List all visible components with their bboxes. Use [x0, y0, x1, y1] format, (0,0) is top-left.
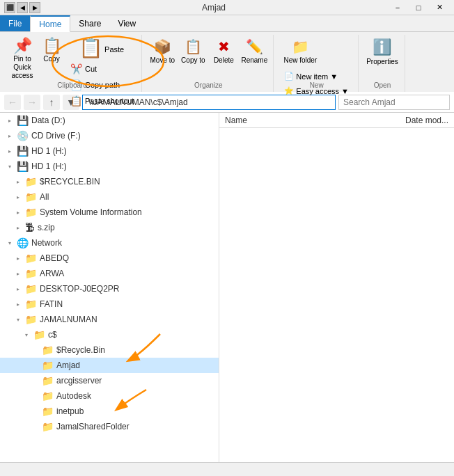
properties-label: Properties [366, 58, 398, 65]
nav-item-jamal-shared[interactable]: 📁JamalSharedFolder [0, 419, 219, 434]
nav-label-recycle-bin-2: $Recycle.Bin [56, 345, 105, 355]
expand-icon-s-zip: ▸ [14, 223, 22, 232]
nav-item-hd1-h-2[interactable]: ▾💾HD 1 (H:) [0, 159, 219, 174]
nav-item-desktop-j0eq2pr[interactable]: ▸📁DESKTOP-J0EQ2PR [0, 281, 219, 296]
content-header: Name Date mod... [219, 113, 454, 128]
folder-icon-abedq: 📁 [25, 253, 37, 264]
nav-item-abedq[interactable]: ▸📁ABEDQ [0, 251, 219, 266]
nav-item-autodesk[interactable]: 📁Autodesk [0, 388, 219, 404]
paste-shortcut-icon: 📋 [70, 95, 82, 106]
content-pane: Name Date mod... [219, 113, 454, 462]
navigation-pane: ▸💾Data (D:)▸💿CD Drive (F:)▸💾HD 1 (H:)▾💾H… [0, 113, 219, 462]
folder-icon-all-folder: 📁 [25, 191, 37, 203]
nav-label-hd1-h-1: HD 1 (H:) [31, 146, 67, 156]
folder-icon-system-volume: 📁 [25, 207, 37, 218]
cut-button[interactable]: ✂️ Cut [67, 61, 137, 77]
properties-icon: ℹ️ [373, 38, 391, 56]
nav-item-recycle-bin-2[interactable]: 📁$Recycle.Bin [0, 342, 219, 358]
maximize-button[interactable]: □ [408, 0, 429, 15]
name-column-header[interactable]: Name [225, 116, 405, 125]
nav-item-recycle-bin[interactable]: ▸📁$RECYCLE.BIN [0, 174, 219, 189]
tab-file[interactable]: File [0, 15, 30, 31]
folder-icon-arcgisserver: 📁 [42, 375, 54, 386]
expand-icon-amjad [31, 361, 39, 370]
status-bar [0, 462, 454, 476]
copy-button-large[interactable]: 📋 Copy [39, 35, 64, 67]
date-modified-column-header[interactable]: Date mod... [405, 116, 448, 125]
nav-item-amjad[interactable]: 📁Amjad [0, 358, 219, 373]
expand-icon-hd1-h-1: ▸ [6, 147, 14, 155]
nav-item-all-folder[interactable]: ▸📁All [0, 189, 219, 205]
delete-button[interactable]: ✖ Delete [209, 35, 238, 68]
folder-icon-c-share: 📁 [33, 329, 45, 340]
expand-icon-recycle-bin-2 [31, 346, 39, 354]
search-input[interactable] [338, 95, 450, 110]
expand-icon-hd1-h-2: ▾ [6, 162, 14, 170]
expand-icon-desktop-j0eq2pr: ▸ [14, 285, 22, 293]
new-label: New [275, 81, 358, 89]
nav-item-arcgisserver[interactable]: 📁arcgisserver [0, 373, 219, 388]
rename-button[interactable]: ✏️ Rename [240, 35, 269, 68]
new-folder-button[interactable]: 📁 New folder [279, 35, 321, 68]
nav-item-hd1-h-1[interactable]: ▸💾HD 1 (H:) [0, 143, 219, 159]
organize-items: 📦 Move to 📋 Copy to ✖ Delete ✏️ Rename [148, 35, 269, 78]
folder-icon-fatin: 📁 [25, 299, 37, 310]
nav-item-cd-drive[interactable]: ▸💿CD Drive (F:) [0, 128, 219, 143]
nav-label-s-zip: s.zip [38, 223, 55, 232]
window-title: Amjad [43, 3, 384, 13]
nav-item-system-volume[interactable]: ▸📁System Volume Information [0, 205, 219, 220]
paste-button[interactable]: 📋 Paste [65, 35, 137, 61]
nav-label-system-volume: System Volume Information [40, 207, 142, 217]
organize-label: Organize [143, 81, 273, 89]
move-to-button[interactable]: 📦 Move to [148, 35, 177, 68]
expand-icon-fatin: ▸ [14, 300, 22, 308]
pin-icon: 📌 [13, 38, 32, 54]
copy-to-button[interactable]: 📋 Copy to [178, 35, 208, 68]
copy-label-large: Copy [43, 55, 59, 63]
nav-item-arwa[interactable]: ▸📁ARWA [0, 266, 219, 281]
copy-to-icon: 📋 [185, 38, 202, 55]
expand-icon-abedq: ▸ [14, 254, 22, 262]
expand-icon-cd-drive: ▸ [6, 132, 14, 140]
nav-item-s-zip[interactable]: ▸🗜s.zip [0, 220, 219, 235]
minimize-button[interactable]: − [387, 0, 408, 15]
tab-share[interactable]: Share [70, 15, 109, 31]
copy-to-label: Copy to [181, 56, 205, 65]
folder-icon-recycle-bin-2: 📁 [42, 344, 54, 356]
nav-item-c-share[interactable]: ▾📁c$ [0, 327, 219, 342]
nav-item-network[interactable]: ▾🌐Network [0, 235, 219, 251]
window-controls[interactable]: − □ ✕ [387, 0, 450, 15]
folder-icon-hd1-h-1: 💾 [17, 145, 29, 157]
nav-label-amjad: Amjad [56, 360, 80, 370]
nav-item-fatin[interactable]: ▸📁FATIN [0, 296, 219, 312]
nav-label-arcgisserver: arcgisserver [56, 376, 102, 386]
tab-home[interactable]: Home [30, 15, 70, 32]
move-to-icon: 📦 [154, 38, 171, 55]
folder-icon-jamal-shared: 📁 [42, 421, 54, 432]
nav-label-c-share: c$ [48, 330, 57, 340]
expand-icon-all-folder: ▸ [14, 193, 22, 201]
paste-label: Paste [104, 45, 124, 54]
nav-label-autodesk: Autodesk [56, 391, 91, 401]
expand-icon-arcgisserver [31, 376, 39, 385]
title-bar-icons: ⬛ ◀ ▶ [4, 2, 40, 13]
paste-shortcut-button[interactable]: 📋 Paste shortcut [67, 93, 137, 109]
tab-view[interactable]: View [109, 15, 144, 31]
open-group: ℹ️ Properties Open [360, 35, 405, 92]
folder-icon-jamalnuman: 📁 [25, 314, 37, 325]
pin-label: Pin to Quick access [9, 55, 36, 80]
pin-to-quick-access-button[interactable]: 📌 Pin to Quick access [7, 35, 38, 84]
nav-item-jamalnuman[interactable]: ▾📁JAMALNUMAN [0, 312, 219, 327]
main-area: ▸💾Data (D:)▸💿CD Drive (F:)▸💾HD 1 (H:)▾💾H… [0, 113, 454, 462]
folder-icon-recycle-bin: 📁 [25, 176, 37, 187]
clipboard-label: Clipboard [3, 81, 141, 89]
properties-button[interactable]: ℹ️ Properties [364, 35, 400, 69]
organize-group: 📦 Move to 📋 Copy to ✖ Delete ✏️ Rename O… [143, 35, 274, 92]
move-to-label: Move to [150, 56, 175, 65]
rename-label: Rename [241, 56, 267, 65]
nav-label-arwa: ARWA [40, 269, 64, 278]
title-bar: ⬛ ◀ ▶ Amjad − □ ✕ [0, 0, 454, 15]
close-button[interactable]: ✕ [429, 0, 450, 15]
nav-item-inetpub[interactable]: 📁inetpub [0, 404, 219, 419]
new-items: 📁 New folder 📄 New item ▼ ⭐ Easy access … [279, 35, 354, 107]
